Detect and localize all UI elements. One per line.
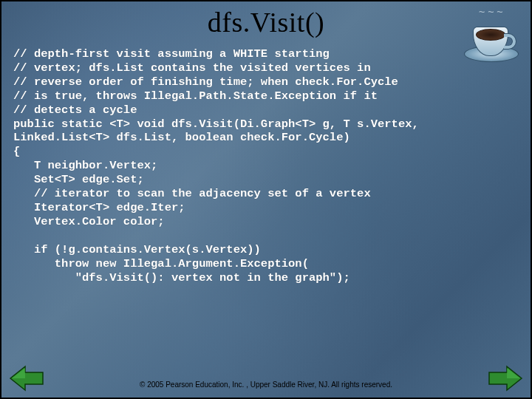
slide: dfs.Visit() ~~~ // depth-first visit ass… xyxy=(0,0,532,399)
prev-arrow-icon[interactable] xyxy=(9,364,44,393)
cup-handle xyxy=(504,34,516,49)
code-block: // depth-first visit assuming a WHITE st… xyxy=(13,47,519,284)
next-arrow-icon[interactable] xyxy=(488,364,523,393)
copyright-footer: © 2005 Pearson Education, Inc. , Upper S… xyxy=(1,381,531,389)
steam-icon: ~~~ xyxy=(479,6,504,19)
slide-title: dfs.Visit() xyxy=(1,1,531,38)
